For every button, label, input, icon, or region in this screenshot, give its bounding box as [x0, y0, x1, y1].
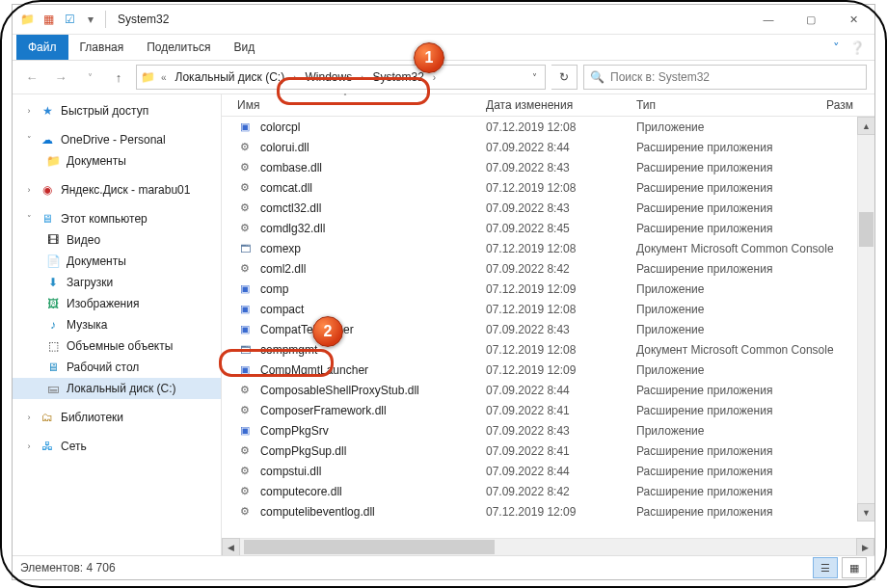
file-row[interactable]: ⚙compstui.dll07.09.2022 8:44Расширение п…	[222, 461, 874, 481]
sidebar-onedrive[interactable]: ˅ ☁ OneDrive - Personal	[13, 129, 221, 150]
view-details-button[interactable]: ☰	[813, 557, 838, 578]
nav-forward-button[interactable]: →	[49, 66, 72, 89]
chevron-right-icon[interactable]: ›	[24, 413, 34, 422]
file-row[interactable]: ⚙computecore.dll07.09.2022 8:42Расширени…	[222, 481, 874, 501]
scroll-right-button[interactable]: ▶	[856, 538, 874, 556]
column-header-name[interactable]: Имя	[222, 98, 486, 112]
column-header-size[interactable]: Разм	[810, 98, 874, 112]
sidebar-item-music[interactable]: ♪Музыка	[13, 314, 221, 335]
close-button[interactable]: ✕	[832, 5, 874, 34]
file-name: computelibeventlog.dll	[260, 505, 375, 519]
chevron-right-icon[interactable]: ›	[290, 72, 299, 83]
sidebar-item-desktop[interactable]: 🖥Рабочий стол	[13, 357, 221, 378]
sidebar-yandex-disk[interactable]: › ◉ Яндекс.Диск - marabu01	[13, 179, 221, 200]
library-icon: 🗂	[40, 410, 55, 425]
tab-view[interactable]: Вид	[222, 35, 266, 60]
sidebar-quick-access[interactable]: › ★ Быстрый доступ	[13, 100, 221, 121]
minimize-button[interactable]: ―	[747, 5, 790, 34]
file-list[interactable]: ▣colorcpl07.12.2019 12:08Приложение⚙colo…	[222, 117, 874, 538]
scroll-up-button[interactable]: ▲	[857, 117, 874, 135]
tab-share[interactable]: Поделиться	[135, 35, 222, 60]
nav-back-button[interactable]: ←	[20, 66, 43, 89]
document-icon: 📄	[45, 254, 61, 269]
chevron-right-icon[interactable]: ›	[24, 185, 34, 195]
sidebar-item-3d-objects[interactable]: ⬚Объемные объекты	[13, 335, 221, 357]
sidebar-item-documents[interactable]: 📄Документы	[13, 251, 221, 272]
file-row[interactable]: ⚙computelibeventlog.dll07.12.2019 12:09Р…	[222, 501, 874, 521]
file-type: Документ Microsoft Common Console	[636, 242, 839, 255]
explorer-window: 📁 ▦ ☑ ▾ System32 ― ▢ ✕ Файл Главная Поде…	[12, 4, 875, 580]
address-history-dropdown[interactable]: ˅	[524, 72, 545, 83]
column-header-date[interactable]: Дата изменения	[486, 98, 636, 112]
sidebar-this-pc[interactable]: ˅ 🖥 Этот компьютер	[13, 208, 221, 229]
file-date: 07.09.2022 8:44	[486, 384, 636, 397]
nav-recent-button[interactable]: ˅	[78, 66, 101, 89]
nav-up-button[interactable]: ↑	[107, 66, 130, 89]
file-icon: ⚙	[237, 464, 253, 479]
file-row[interactable]: 🗔comexp07.12.2019 12:08Документ Microsof…	[222, 238, 874, 258]
vertical-scrollbar[interactable]: ▲ ▼	[857, 117, 874, 521]
sidebar-libraries[interactable]: › 🗂 Библиотеки	[13, 407, 221, 428]
file-name: coml2.dll	[260, 262, 306, 276]
chevron-right-icon[interactable]: ›	[24, 106, 34, 116]
ribbon-expand-button[interactable]: ˅ ❔	[823, 35, 874, 60]
file-name: CompPkgSrv	[260, 424, 329, 438]
sidebar-item-local-disk-c[interactable]: 🖴Локальный диск (C:)	[13, 378, 221, 399]
file-row[interactable]: ⚙CompPkgSup.dll07.09.2022 8:41Расширение…	[222, 441, 874, 461]
file-row[interactable]: ▣comp07.12.2019 12:09Приложение	[222, 279, 874, 299]
sidebar-network[interactable]: › 🖧 Сеть	[13, 436, 221, 457]
file-row[interactable]: ⚙comdlg32.dll07.09.2022 8:45Расширение п…	[222, 218, 874, 238]
chevron-right-icon[interactable]: ›	[430, 72, 439, 83]
cube-icon: ⬚	[45, 338, 61, 354]
file-row[interactable]: ▣CompMgmtLauncher07.12.2019 12:09Приложе…	[222, 360, 874, 380]
file-row[interactable]: ⚙colorui.dll07.09.2022 8:44Расширение пр…	[222, 137, 874, 157]
sidebar-item-downloads[interactable]: ⬇Загрузки	[13, 272, 221, 293]
chevron-down-icon[interactable]: ˅	[24, 214, 34, 224]
file-date: 07.12.2019 12:09	[486, 282, 636, 296]
sidebar-item-documents[interactable]: 📁 Документы	[13, 150, 221, 172]
file-row[interactable]: ▣compact07.12.2019 12:08Приложение	[222, 299, 874, 319]
file-row[interactable]: ⚙comctl32.dll07.09.2022 8:43Расширение п…	[222, 198, 874, 218]
chevron-right-icon[interactable]: ›	[358, 72, 366, 83]
qat-checkbox-icon[interactable]: ☑	[59, 9, 80, 30]
file-row[interactable]: ⚙ComposableShellProxyStub.dll07.09.2022 …	[222, 380, 874, 400]
file-row[interactable]: ⚙combase.dll07.09.2022 8:43Расширение пр…	[222, 157, 874, 177]
scroll-thumb[interactable]	[859, 212, 874, 247]
address-bar[interactable]: 📁 « Локальный диск (C:) › Windows › Syst…	[136, 65, 546, 90]
chevron-down-icon[interactable]: ˅	[24, 135, 34, 145]
crumb-drive[interactable]: Локальный диск (C:)	[170, 66, 291, 89]
file-row[interactable]: ▣CompatTelRunner07.09.2022 8:43Приложени…	[222, 319, 874, 339]
file-row[interactable]: ⚙comcat.dll07.12.2019 12:08Расширение пр…	[222, 177, 874, 198]
maximize-button[interactable]: ▢	[790, 5, 832, 34]
sidebar-item-pictures[interactable]: 🖼Изображения	[13, 293, 221, 314]
video-icon: 🎞	[45, 232, 61, 248]
scroll-thumb[interactable]	[244, 540, 495, 554]
tab-file[interactable]: Файл	[16, 35, 68, 60]
crumb-system32[interactable]: System32	[367, 66, 430, 89]
file-row[interactable]: ⚙ComposerFramework.dll07.09.2022 8:41Рас…	[222, 400, 874, 420]
star-icon: ★	[40, 103, 55, 119]
disk-icon: ◉	[40, 182, 55, 198]
scroll-down-button[interactable]: ▼	[857, 503, 874, 521]
file-row[interactable]: ▣colorcpl07.12.2019 12:08Приложение	[222, 117, 874, 137]
horizontal-scrollbar[interactable]: ◀ ▶	[222, 538, 874, 555]
refresh-button[interactable]: ↻	[551, 65, 578, 90]
file-row[interactable]: 🗔compmgmt07.12.2019 12:08Документ Micros…	[222, 339, 874, 360]
tab-home[interactable]: Главная	[68, 35, 136, 60]
file-row[interactable]: ⚙coml2.dll07.09.2022 8:42Расширение прил…	[222, 258, 874, 279]
crumb-windows[interactable]: Windows	[299, 66, 358, 89]
file-row[interactable]: ▣CompPkgSrv07.09.2022 8:43Приложение	[222, 420, 874, 441]
chevron-right-icon[interactable]: ›	[24, 441, 34, 451]
file-date: 07.09.2022 8:43	[486, 161, 636, 174]
qat-properties-icon[interactable]: ▦	[38, 9, 59, 30]
chevron-right-icon[interactable]: «	[158, 72, 170, 83]
qat-dropdown-icon[interactable]: ▾	[80, 9, 101, 30]
search-icon: 🔍	[590, 70, 605, 84]
address-folder-icon: 📁	[137, 70, 158, 84]
column-header-type[interactable]: Тип	[636, 98, 810, 112]
search-input[interactable]: 🔍 Поиск в: System32	[583, 65, 867, 90]
file-date: 07.09.2022 8:43	[486, 201, 636, 215]
view-large-icons-button[interactable]: ▦	[842, 557, 867, 578]
sidebar-item-videos[interactable]: 🎞Видео	[13, 229, 221, 251]
scroll-left-button[interactable]: ◀	[222, 538, 240, 556]
